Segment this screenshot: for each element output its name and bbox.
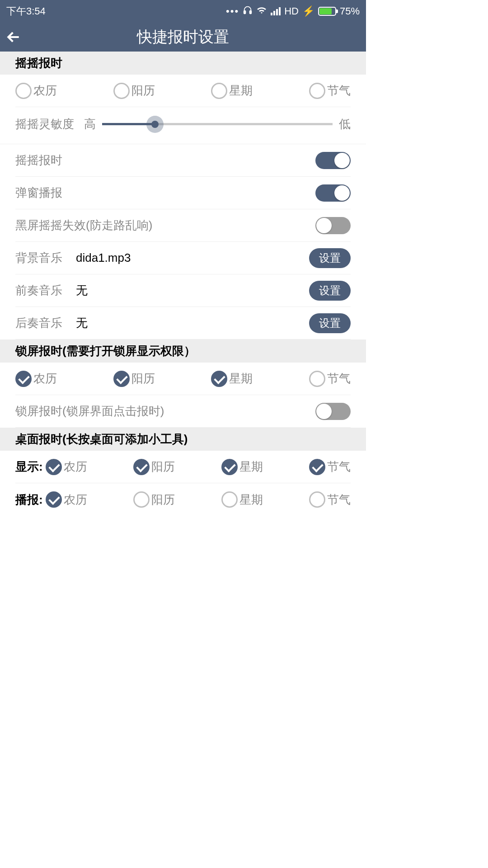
shake-options-row: 农历阳历星期节气 xyxy=(15,75,351,107)
radio-label: 农历 xyxy=(64,492,87,508)
music-row: 前奏音乐无设置 xyxy=(15,274,351,307)
battery-icon xyxy=(318,7,336,16)
music-set-button[interactable]: 设置 xyxy=(309,248,351,268)
radio-icon xyxy=(211,83,227,99)
music-row: 后奏音乐无设置 xyxy=(15,307,351,340)
radio-label: 阳历 xyxy=(131,83,155,99)
radio-icon xyxy=(113,371,130,387)
radio-icon xyxy=(113,83,130,99)
battery-percent: 75% xyxy=(340,5,360,17)
radio-label: 农历 xyxy=(64,459,87,475)
lock-toggle-label: 锁屏报时(锁屏界面点击报时) xyxy=(15,403,164,419)
radio-icon xyxy=(221,459,238,475)
radio-icon xyxy=(15,83,32,99)
music-value: 无 xyxy=(76,315,309,331)
sensitivity-slider[interactable] xyxy=(102,118,333,131)
shake-option[interactable]: 节气 xyxy=(309,83,351,99)
lock-option[interactable]: 阳历 xyxy=(113,371,155,387)
hd-label: HD xyxy=(284,5,299,17)
toggle-label: 弹窗播报 xyxy=(15,185,62,201)
display-option[interactable]: 节气 xyxy=(309,459,351,475)
radio-label: 星期 xyxy=(239,492,263,508)
radio-label: 农历 xyxy=(33,83,57,99)
sensitivity-label: 摇摇灵敏度 xyxy=(15,116,74,132)
desktop-display-row: 显示: 农历阳历星期节气 xyxy=(15,451,351,483)
announce-option[interactable]: 农历 xyxy=(46,491,87,508)
radio-label: 节气 xyxy=(327,492,351,508)
app-header: 快捷报时设置 xyxy=(0,23,366,52)
more-icon: ••• xyxy=(226,5,239,17)
section-desktop-header: 桌面报时(长按桌面可添加小工具) xyxy=(0,428,366,451)
lock-toggle-row: 锁屏报时(锁屏界面点击报时) xyxy=(15,395,351,428)
display-prefix: 显示: xyxy=(15,459,43,475)
music-label: 背景音乐 xyxy=(15,250,62,266)
music-row: 背景音乐dida1.mp3设置 xyxy=(15,242,351,274)
announce-prefix: 播报: xyxy=(15,492,43,508)
music-set-button[interactable]: 设置 xyxy=(309,281,351,301)
music-value: 无 xyxy=(76,283,309,298)
sensitivity-row: 摇摇灵敏度 高 低 xyxy=(0,107,366,144)
radio-label: 阳历 xyxy=(151,459,175,475)
radio-label: 节气 xyxy=(327,83,351,99)
lock-option[interactable]: 星期 xyxy=(211,371,253,387)
toggle-label: 黑屏摇摇失效(防走路乱响) xyxy=(15,217,152,233)
page-title: 快捷报时设置 xyxy=(137,27,229,47)
svg-rect-1 xyxy=(250,11,252,14)
radio-icon xyxy=(46,491,62,508)
music-set-button[interactable]: 设置 xyxy=(309,313,351,333)
lock-options-row: 农历阳历星期节气 xyxy=(15,363,351,395)
shake-option[interactable]: 阳历 xyxy=(113,83,155,99)
sensitivity-high: 高 xyxy=(84,116,96,132)
display-option[interactable]: 农历 xyxy=(46,459,87,475)
lock-option[interactable]: 农历 xyxy=(15,371,57,387)
radio-icon xyxy=(309,459,325,475)
radio-label: 星期 xyxy=(229,83,253,99)
shake-option[interactable]: 农历 xyxy=(15,83,57,99)
radio-label: 阳历 xyxy=(151,492,175,508)
toggle-row: 弹窗播报 xyxy=(15,177,351,209)
radio-label: 星期 xyxy=(239,459,263,475)
radio-label: 农历 xyxy=(33,371,57,387)
toggle-row: 黑屏摇摇失效(防走路乱响) xyxy=(15,209,351,242)
lock-toggle[interactable] xyxy=(315,403,351,420)
display-option[interactable]: 阳历 xyxy=(133,459,175,475)
radio-icon xyxy=(309,371,325,387)
radio-label: 节气 xyxy=(327,459,351,475)
radio-label: 星期 xyxy=(229,371,253,387)
toggle-label: 摇摇报时 xyxy=(15,152,62,168)
radio-icon xyxy=(133,491,150,508)
radio-label: 阳历 xyxy=(131,371,155,387)
music-label: 前奏音乐 xyxy=(15,283,62,298)
radio-icon xyxy=(133,459,150,475)
toggle-switch[interactable] xyxy=(315,184,351,202)
desktop-announce-row: 播报: 农历阳历星期节气 xyxy=(15,483,351,516)
section-shake-header: 摇摇报时 xyxy=(0,52,366,75)
toggle-switch[interactable] xyxy=(315,152,351,169)
lock-option[interactable]: 节气 xyxy=(309,371,351,387)
radio-icon xyxy=(15,371,32,387)
announce-option[interactable]: 阳历 xyxy=(133,491,175,508)
radio-icon xyxy=(221,491,238,508)
sensitivity-low: 低 xyxy=(339,116,351,132)
signal-icon xyxy=(271,7,281,15)
toggle-row: 摇摇报时 xyxy=(15,144,351,177)
section-lock-header: 锁屏报时(需要打开锁屏显示权限） xyxy=(0,340,366,363)
music-label: 后奏音乐 xyxy=(15,315,62,331)
radio-icon xyxy=(211,371,227,387)
music-value: dida1.mp3 xyxy=(76,251,309,265)
radio-icon xyxy=(46,459,62,475)
display-option[interactable]: 星期 xyxy=(221,459,263,475)
radio-icon xyxy=(309,491,325,508)
toggle-switch[interactable] xyxy=(315,217,351,234)
radio-icon xyxy=(309,83,325,99)
shake-option[interactable]: 星期 xyxy=(211,83,253,99)
headset-icon xyxy=(243,5,253,18)
svg-rect-0 xyxy=(244,11,246,14)
wifi-icon xyxy=(256,5,267,17)
radio-label: 节气 xyxy=(327,371,351,387)
back-button[interactable] xyxy=(0,24,27,51)
charge-icon: ⚡ xyxy=(302,5,314,17)
announce-option[interactable]: 节气 xyxy=(309,491,351,508)
announce-option[interactable]: 星期 xyxy=(221,491,263,508)
status-time: 下午3:54 xyxy=(6,5,46,18)
